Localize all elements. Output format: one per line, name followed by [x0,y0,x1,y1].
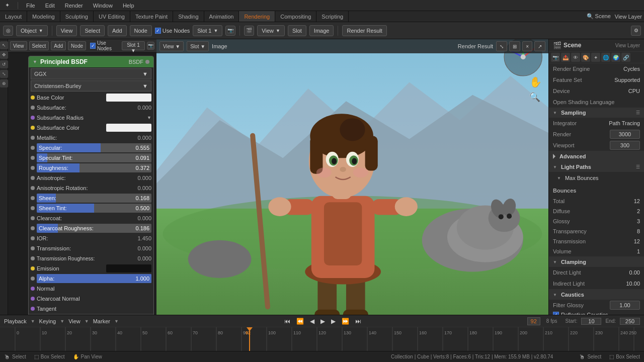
tool-rotate-icon[interactable]: ↺ [0,60,8,68]
keying-label[interactable]: Keying [39,318,56,324]
box-select2-status[interactable]: ⬚ Box Select [609,354,640,359]
view-btn[interactable]: View [56,25,77,36]
render-particles-icon[interactable]: ✦ [591,53,600,62]
caustics-header[interactable]: ▼ Caustics [549,290,644,300]
image-btn[interactable]: Image [309,25,334,36]
base-color-swatch[interactable] [106,94,151,102]
render-result-btn[interactable]: Render Result [342,25,386,36]
emission-swatch[interactable] [106,264,151,273]
scene-selector[interactable]: 🔍 Scene [585,13,613,20]
tab-modeling[interactable]: Modeling [27,11,60,22]
blender-logo[interactable]: ✦ [3,2,12,9]
slot2-btn[interactable]: Slot [288,25,306,36]
advanced-header[interactable]: Advanced [549,151,644,161]
camera-icon[interactable]: 📷 [225,26,235,36]
subsurface-color-swatch[interactable] [106,124,151,132]
render-color-icon[interactable]: 🎨 [581,53,590,62]
jump-start-btn[interactable]: ⏮ [283,318,291,325]
ne-camera-icon[interactable]: 📷 [147,42,154,50]
ne-add-btn[interactable]: Add [51,41,66,50]
current-frame-display[interactable]: 92 [527,317,540,325]
step-forward-btn[interactable]: ▶ [330,318,337,325]
vp-view-btn[interactable]: View ▼ [159,41,184,51]
render-scene-icon[interactable]: 🌐 [601,53,610,62]
light-paths-settings-icon[interactable]: ☰ [636,164,640,169]
playback-label[interactable]: Playback [4,318,27,324]
view-layer-selector[interactable]: View Layer [613,14,644,20]
ne-view-btn[interactable]: View [10,41,27,50]
add-btn[interactable]: Add [108,25,127,36]
step-back-btn[interactable]: ◀ [309,318,315,325]
sheen-tint-slider[interactable]: Sheen Tint: 0.500 [37,204,151,213]
viewport-samples-input[interactable] [610,141,640,150]
vp-ctrl2[interactable]: ⊞ [509,41,520,51]
specular-slider[interactable]: Specular: 0.555 [37,143,151,152]
roughness-slider[interactable]: Roughness: 0.372 [37,163,151,172]
tab-compositing[interactable]: Compositing [275,11,316,22]
alpha-slider[interactable]: Alpha: 1.000 [37,274,151,283]
tab-sculpting[interactable]: Sculpting [60,11,94,22]
tab-animation[interactable]: Animation [204,11,239,22]
render-output-icon[interactable]: 📤 [561,53,570,62]
specular-tint-slider[interactable]: Specular Tint: 0.091 [37,153,151,162]
tab-scripting[interactable]: Scripting [316,11,349,22]
filter-glossy-input[interactable] [610,301,640,310]
clamping-header[interactable]: ▼ Clamping [549,257,644,267]
render-view-icon[interactable]: 👁 [571,53,580,62]
render-icon[interactable]: 🎬 [244,26,254,36]
menu-edit[interactable]: Edit [43,3,57,9]
select2-status[interactable]: 🖱 Select [579,353,601,360]
slot-btn[interactable]: Slot 1 ▼ [193,25,222,36]
next-keyframe-btn[interactable]: ⏩ [341,318,350,325]
settings-icon[interactable]: ⚙ [631,26,641,36]
menu-render[interactable]: Render [63,3,85,9]
vp-slot-btn[interactable]: Slot ▼ [187,41,209,51]
end-frame-input[interactable] [620,318,640,325]
tool-transform-icon[interactable]: ⊕ [0,79,8,87]
node-header[interactable]: ▼ Principled BSDF BSDF [29,56,153,67]
tab-shading[interactable]: Shading [173,11,204,22]
render-camera-icon[interactable]: 📷 [551,53,560,62]
ne-node-btn[interactable]: Node [68,41,86,50]
timeline-view-label[interactable]: View [68,318,80,324]
mode-icon[interactable]: ◎ [3,26,13,36]
object-mode-btn[interactable]: Object ▼ [16,25,48,36]
vp-ctrl3[interactable]: × [522,41,532,51]
ne-use-nodes-checkbox[interactable]: ✓ [90,43,96,49]
jump-end-btn[interactable]: ⏭ [354,318,362,325]
menu-window[interactable]: Window [91,3,115,9]
tool-select-icon[interactable]: ↖ [0,41,8,49]
start-frame-input[interactable] [581,318,601,325]
prev-keyframe-btn[interactable]: ⏪ [295,318,305,325]
max-bounces-header[interactable]: ▼ Max Bounces [553,173,640,183]
ne-select-btn[interactable]: Select [29,41,49,50]
clearcoat-roughness-slider[interactable]: Clearcoat Roughness: 0.186 [37,224,151,233]
render-samples-input[interactable] [610,130,640,139]
sheen-slider[interactable]: Sheen: 0.168 [37,194,151,203]
play-btn[interactable]: ▶ [319,318,326,325]
node-btn[interactable]: Node [130,25,152,36]
light-paths-header[interactable]: ▼ Light Paths ☰ [549,162,644,172]
box-select-status[interactable]: ⬚ Box Select [34,354,65,359]
ne-slot-btn[interactable]: Slot 1 ▼ [122,41,145,50]
tool-move-icon[interactable]: ✥ [0,51,8,59]
christensen-dropdown[interactable]: Christensen-Burley ▼ [31,80,151,92]
material-tab[interactable]: Material [29,314,153,315]
ggx-dropdown[interactable]: GGX ▼ [31,68,151,79]
tab-uv-editing[interactable]: UV Editing [94,11,130,22]
tab-rendering[interactable]: Rendering [239,11,275,22]
sampling-header[interactable]: ▼ Sampling ☰ [549,108,644,118]
tab-layout[interactable]: Layout [0,11,27,22]
view2-btn[interactable]: View ▼ [257,25,285,36]
tab-texture-paint[interactable]: Texture Paint [130,11,173,22]
tool-scale-icon[interactable]: ⤡ [0,70,8,78]
pan-status[interactable]: ✋ Pan View [73,354,102,359]
vp-ctrl1[interactable]: ⤡ [496,41,507,51]
marker-label[interactable]: Marker [93,318,110,324]
select-btn[interactable]: Select [80,25,105,36]
use-nodes-checkbox[interactable]: ✓ [155,28,161,34]
render-world-icon[interactable]: 🌍 [611,53,620,62]
sampling-settings-icon[interactable]: ☰ [636,110,640,115]
select-status[interactable]: 🖱 Select [4,353,26,360]
menu-help[interactable]: Help [121,3,136,9]
